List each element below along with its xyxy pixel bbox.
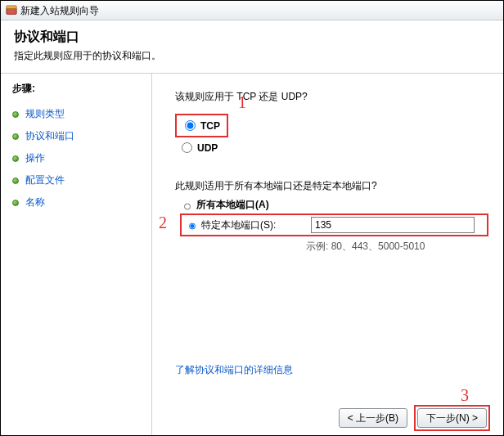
learn-more-link[interactable]: 了解协议和端口的详细信息 [175,363,293,377]
annotation-box-1: TCP [175,114,228,137]
sidebar-item-label: 配置文件 [25,173,65,187]
annotation-3: 3 [461,386,469,405]
bullet-icon [12,200,19,206]
next-button[interactable]: 下一步(N) > [417,408,487,428]
page-title: 协议和端口 [14,29,490,46]
port-input[interactable] [311,217,475,233]
bullet-icon [12,111,19,118]
sidebar-item-protocol-ports[interactable]: 协议和端口 [12,129,145,143]
sidebar-item-label: 协议和端口 [25,129,74,143]
page-header: 协议和端口 指定此规则应用于的协议和端口。 [1,20,503,68]
steps-heading: 步骤: [12,82,145,96]
radio-tcp[interactable] [185,120,196,131]
sidebar-item-label: 名称 [25,196,45,209]
radio-specific-ports[interactable] [189,221,196,231]
sidebar-item-label: 规则类型 [25,107,65,121]
sidebar-item-rule-type[interactable]: 规则类型 [12,107,145,121]
radio-udp-label: UDP [197,142,218,154]
ports-group: 所有本地端口(A) 2 特定本地端口(S): 示例: 80、443、5000-5… [180,198,488,254]
radio-tcp-row[interactable]: TCP [183,117,220,134]
page-subtitle: 指定此规则应用于的协议和端口。 [14,49,490,63]
radio-all-ports-row[interactable]: 所有本地端口(A) [180,198,488,212]
annotation-box-2: 特定本地端口(S): [180,214,488,236]
back-button[interactable]: < 上一步(B) [339,408,407,428]
radio-all-ports-label: 所有本地端口(A) [196,198,488,212]
annotation-1: 1 [238,93,246,112]
annotation-2: 2 [159,214,167,232]
question-protocol: 该规则应用于 TCP 还是 UDP? [175,90,488,104]
sidebar-item-profile[interactable]: 配置文件 [12,173,145,187]
radio-all-ports[interactable] [184,201,191,212]
radio-udp[interactable] [182,142,192,153]
titlebar: 新建入站规则向导 [1,1,503,20]
bullet-icon [12,133,19,140]
bullet-icon [12,178,19,184]
app-icon [6,5,17,16]
radio-specific-ports-label: 特定本地端口(S): [201,218,308,232]
annotation-box-3: 下一步(N) > [414,405,490,431]
radio-tcp-label: TCP [200,120,220,132]
sidebar-item-label: 操作 [25,151,45,165]
radio-udp-row[interactable]: UDP [180,139,488,156]
window-title: 新建入站规则向导 [20,1,99,20]
question-ports: 此规则适用于所有本地端口还是特定本地端口? [175,179,488,193]
wizard-buttons: < 上一步(B) 下一步(N) > [339,405,490,431]
content: 步骤: 规则类型 协议和端口 操作 配置文件 名称 该规则应用于 TCP 还是 … [1,74,503,436]
svg-rect-1 [7,5,16,8]
sidebar-item-action[interactable]: 操作 [12,151,145,165]
bullet-icon [12,155,19,162]
port-example: 示例: 80、443、5000-5010 [306,240,488,254]
sidebar-item-name[interactable]: 名称 [12,196,145,209]
main-panel: 该规则应用于 TCP 还是 UDP? TCP 1 UDP 此规则适用于所有本地端… [152,74,503,436]
sidebar: 步骤: 规则类型 协议和端口 操作 配置文件 名称 [1,74,152,436]
